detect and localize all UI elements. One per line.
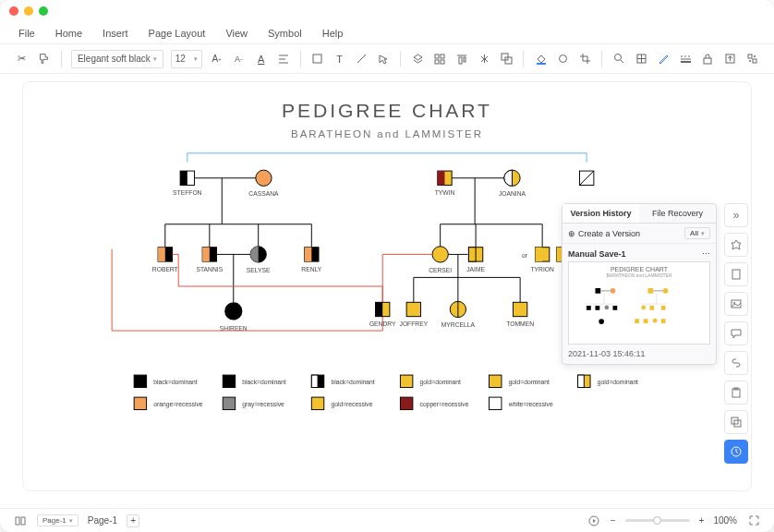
svg-point-15 (559, 55, 566, 63)
menu-view[interactable]: View (225, 28, 248, 39)
svg-text:STEFFON: STEFFON (173, 189, 202, 196)
presentation-icon[interactable] (587, 514, 601, 528)
increase-font-icon[interactable]: A+ (210, 52, 224, 66)
zoom-in[interactable]: + (699, 515, 705, 526)
font-select[interactable]: Elegant soft black▾ (71, 50, 163, 68)
close-window[interactable] (9, 6, 18, 16)
align-objects-icon[interactable] (454, 52, 469, 66)
svg-point-109 (641, 306, 646, 310)
page-icon[interactable] (724, 262, 748, 286)
svg-rect-95 (400, 397, 412, 409)
group-icon[interactable] (499, 52, 514, 66)
zoom-level[interactable]: 100% (713, 515, 737, 526)
clipboard-icon[interactable] (724, 381, 748, 405)
svg-line-4 (357, 54, 366, 63)
maximize-window[interactable] (39, 6, 48, 16)
svg-point-115 (653, 319, 658, 323)
rectangle-icon[interactable] (310, 52, 325, 66)
export-icon[interactable] (722, 52, 737, 66)
svg-rect-50 (305, 248, 312, 261)
save-title: Manual Save-1 (568, 249, 626, 259)
svg-rect-26 (748, 54, 752, 58)
crop-icon[interactable] (577, 52, 592, 66)
table-icon[interactable] (634, 52, 648, 66)
svg-line-17 (621, 60, 623, 63)
svg-text:copper=recessive: copper=recessive (420, 401, 469, 408)
canvas[interactable]: PEDIGREE CHART BARATHEON and LAMMISTER S… (0, 74, 774, 508)
zoom-slider[interactable] (625, 519, 690, 522)
svg-rect-108 (613, 306, 618, 310)
svg-text:TOMMEN: TOMMEN (506, 320, 534, 327)
page-tab[interactable]: Page-1 (88, 515, 117, 526)
style-icon[interactable] (678, 52, 693, 66)
svg-rect-45 (202, 248, 210, 261)
pen-icon[interactable] (656, 52, 671, 66)
filter-dropdown[interactable]: All▾ (684, 227, 710, 239)
line-icon[interactable] (355, 52, 369, 66)
svg-rect-10 (459, 57, 462, 64)
pages-icon[interactable] (13, 514, 28, 528)
fullscreen-icon[interactable] (746, 514, 761, 528)
tab-file-recovery[interactable]: File Recovery (639, 204, 716, 223)
theme-icon[interactable] (724, 233, 748, 257)
image-icon[interactable] (724, 292, 748, 316)
menu-help[interactable]: Help (322, 28, 344, 39)
svg-text:JOFFREY: JOFFREY (400, 320, 429, 327)
cut-icon[interactable]: ✂ (15, 52, 30, 66)
shape-icon[interactable] (555, 52, 570, 66)
svg-rect-114 (644, 319, 648, 323)
fill-icon[interactable] (533, 52, 548, 66)
collapse-icon[interactable]: » (724, 203, 748, 227)
format-painter-icon[interactable] (37, 52, 52, 66)
link-icon[interactable] (724, 351, 748, 375)
minimize-window[interactable] (24, 6, 33, 16)
svg-rect-24 (704, 58, 711, 64)
menu-file[interactable]: File (18, 28, 35, 39)
history-icon[interactable] (724, 440, 748, 464)
align-icon[interactable] (276, 52, 291, 66)
svg-text:SELYSE: SELYSE (247, 267, 271, 273)
svg-text:gold=recessive: gold=recessive (331, 401, 372, 408)
menu-symbol[interactable]: Symbol (268, 28, 302, 39)
svg-rect-75 (134, 375, 146, 387)
lock-icon[interactable] (700, 52, 715, 66)
svg-rect-3 (313, 54, 321, 63)
create-version-button[interactable]: Create a Version (578, 229, 640, 238)
flip-icon[interactable] (477, 52, 491, 66)
version-thumbnail[interactable]: PEDIGREE CHART BARATHEON and LAMMISTER (568, 261, 710, 345)
more-icon[interactable]: ⋯ (702, 249, 710, 259)
svg-rect-66 (376, 302, 383, 316)
font-size: 12 (175, 54, 186, 64)
svg-text:MYRCELLA: MYRCELLA (441, 321, 476, 328)
svg-point-16 (614, 54, 621, 61)
menu-page-layout[interactable]: Page Layout (149, 28, 206, 39)
svg-rect-125 (16, 517, 19, 525)
size-select[interactable]: 12▾ (171, 50, 202, 68)
underline-icon[interactable]: A (254, 52, 269, 66)
layers-icon[interactable] (410, 52, 425, 66)
svg-rect-42 (158, 248, 165, 261)
settings-icon[interactable] (744, 52, 759, 66)
menu-home[interactable]: Home (55, 28, 82, 39)
plus-circle-icon: ⊕ (568, 229, 575, 238)
tab-version-history[interactable]: Version History (562, 204, 639, 223)
text-icon[interactable]: T (333, 52, 347, 66)
layers2-icon[interactable] (724, 410, 748, 434)
menu-insert[interactable]: Insert (103, 28, 128, 39)
grid-icon[interactable] (432, 52, 447, 66)
svg-text:orange=recessive: orange=recessive (153, 401, 202, 408)
page-select[interactable]: Page-1▾ (37, 514, 79, 526)
right-sidebar: » (724, 203, 748, 464)
decrease-font-icon[interactable]: A− (232, 52, 247, 66)
zoom-out[interactable]: − (611, 515, 616, 526)
timestamp: 2021-11-03 15:46:11 (568, 349, 710, 358)
menu-bar: File Home Insert Page Layout View Symbol… (0, 22, 774, 44)
svg-text:gold=dominant: gold=dominant (509, 379, 550, 386)
comment-icon[interactable] (724, 321, 748, 345)
svg-rect-57 (468, 248, 476, 261)
search-icon[interactable] (611, 52, 626, 66)
cursor-icon[interactable] (377, 52, 392, 66)
svg-text:TYWIN: TYWIN (435, 189, 455, 196)
svg-text:black=dominant: black=dominant (331, 379, 374, 385)
add-page-button[interactable]: + (127, 514, 139, 527)
